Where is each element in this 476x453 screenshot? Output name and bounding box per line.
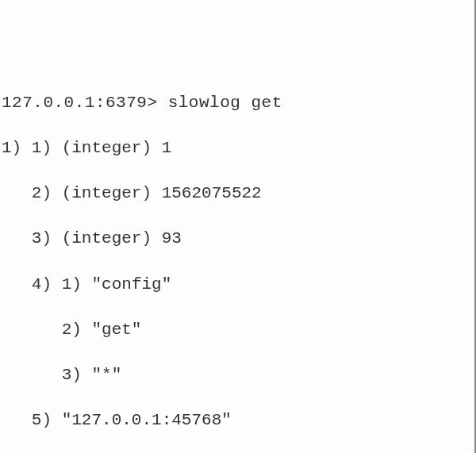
entry-line: 2) "get": [2, 319, 474, 342]
field-idx: 4): [32, 275, 52, 294]
field-idx: 5): [32, 411, 52, 429]
sub-idx: 3): [62, 366, 82, 384]
field-val: (integer) 1562075522: [62, 184, 262, 202]
entry-line: 2) (integer) 1562075522: [2, 182, 474, 205]
field-idx: 3): [32, 229, 52, 248]
sub-val: "config": [91, 275, 171, 294]
field-val: (integer) 93: [62, 229, 182, 248]
prompt: 127.0.0.1:6379>: [2, 94, 168, 112]
field-idx: 1): [32, 139, 52, 157]
field-idx: 2): [32, 184, 52, 202]
field-val: (integer) 1: [62, 139, 172, 157]
sub-idx: 1): [62, 275, 82, 294]
sub-val: "get": [91, 321, 141, 339]
entry-line: 3) "*": [2, 364, 474, 387]
sub-idx: 2): [62, 321, 82, 339]
sub-val: "*": [91, 366, 121, 384]
entry-line: 4) 1) "config": [2, 274, 474, 297]
entry-line: 5) "127.0.0.1:45768": [2, 409, 474, 432]
prompt-line[interactable]: 127.0.0.1:6379> slowlog get: [2, 92, 474, 115]
command-text: slowlog get: [168, 94, 282, 112]
entry-line: 1) 1) (integer) 1: [2, 137, 474, 160]
entry-line: 3) (integer) 93: [2, 228, 474, 251]
outer-idx: 1): [2, 139, 21, 157]
field-val: "127.0.0.1:45768": [62, 411, 232, 429]
